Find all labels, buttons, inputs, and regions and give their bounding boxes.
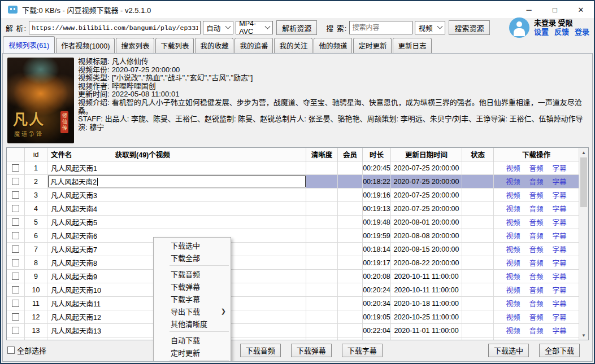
video-link[interactable]: 视频 xyxy=(506,217,520,227)
menu-item-download-selected[interactable]: 下载选中 xyxy=(154,239,231,251)
minimize-button[interactable]: ─ xyxy=(516,1,542,18)
header-actions[interactable]: 下载操作 xyxy=(494,148,579,161)
search-type-select[interactable]: 视频 xyxy=(415,21,445,34)
audio-link[interactable]: 音频 xyxy=(529,230,543,241)
row-filename[interactable]: 凡人风起天南1 xyxy=(47,161,306,175)
close-button[interactable]: ✕ xyxy=(568,1,594,18)
audio-link[interactable]: 音频 xyxy=(529,190,543,200)
audio-link[interactable]: 音频 xyxy=(529,325,543,336)
subtitle-link[interactable]: 字幕 xyxy=(553,257,567,268)
tab-scheduled-update[interactable]: 定时更新 xyxy=(353,38,392,53)
audio-link[interactable]: 音频 xyxy=(529,339,543,340)
table-row[interactable]: 10 凡人风起天南10 00:20:24 2020-10-11 11:00:00… xyxy=(7,283,579,297)
settings-link[interactable]: 设置 xyxy=(534,28,549,37)
subtitle-link[interactable]: 字幕 xyxy=(553,163,567,173)
header-id[interactable]: id xyxy=(25,148,47,161)
tab-my-bangumi[interactable]: 我的追番 xyxy=(234,38,273,53)
audio-link[interactable]: 音频 xyxy=(529,244,543,255)
subtitle-link[interactable]: 字幕 xyxy=(553,325,567,336)
audio-link[interactable]: 音频 xyxy=(529,312,543,322)
menu-item-download-audio[interactable]: 下载音频 xyxy=(154,267,231,280)
video-link[interactable]: 视频 xyxy=(506,257,520,268)
menu-item-download-all[interactable]: 下载全部 xyxy=(154,251,231,264)
tab-download-list[interactable]: 下载列表 xyxy=(155,38,194,53)
table-row[interactable]: 6 凡人风起天南6 00:19:59 2020-08-08 20:00:00 视… xyxy=(7,229,579,243)
codec-select[interactable]: MP4-AVC xyxy=(236,21,273,34)
table-row[interactable]: 14 凡人风起天南14 00:20:00 2020-11-08 11:00:00… xyxy=(7,337,579,340)
download-all-button[interactable]: 全部下载 xyxy=(539,344,580,357)
tab-changelog[interactable]: 更新日志 xyxy=(393,38,431,53)
audio-link[interactable]: 音频 xyxy=(529,203,543,214)
audio-link[interactable]: 音频 xyxy=(529,257,543,268)
table-row[interactable]: 8 凡人风起天南8 00:19:17 2020-08-22 20:00:00 视… xyxy=(7,256,579,270)
subtitle-link[interactable]: 字幕 xyxy=(553,190,567,200)
header-filename[interactable]: 文件名获取到(49)个视频 xyxy=(47,148,306,161)
audio-link[interactable]: 音频 xyxy=(529,163,543,173)
row-checkbox[interactable] xyxy=(7,283,25,297)
subtitle-link[interactable]: 字幕 xyxy=(553,339,567,340)
row-filename[interactable]: 凡人风起天南5 xyxy=(47,216,306,229)
tab-his-channel[interactable]: 他的频道 xyxy=(314,38,352,53)
download-audio-button[interactable]: 下载音频 xyxy=(240,344,281,357)
header-status[interactable]: 状态 xyxy=(462,148,494,161)
table-row[interactable]: 3 凡人风起天南3 00:19:16 2020-07-25 20:00:00 视… xyxy=(7,188,579,202)
table-row[interactable]: 12 凡人风起天南12 00:19:05 2020-10-25 11:00:00… xyxy=(7,310,579,324)
subtitle-link[interactable]: 字幕 xyxy=(553,271,567,282)
video-link[interactable]: 视频 xyxy=(506,230,520,241)
url-input[interactable] xyxy=(29,21,201,34)
tab-search-list[interactable]: 搜索列表 xyxy=(116,38,154,53)
video-link[interactable]: 视频 xyxy=(506,244,520,255)
row-checkbox[interactable] xyxy=(7,202,25,216)
vertical-scrollbar[interactable]: ▲ ▼ xyxy=(579,148,588,340)
row-checkbox[interactable] xyxy=(7,270,25,283)
row-checkbox[interactable] xyxy=(7,229,25,243)
subtitle-link[interactable]: 字幕 xyxy=(553,203,567,214)
video-link[interactable]: 视频 xyxy=(506,203,520,214)
row-checkbox[interactable] xyxy=(7,310,25,324)
parse-resource-button[interactable]: 解析资源 xyxy=(276,20,317,35)
row-filename[interactable]: 凡人风起天南3 xyxy=(47,188,306,202)
download-selected-button[interactable]: 下载选中 xyxy=(488,344,529,357)
video-link[interactable]: 视频 xyxy=(506,325,520,336)
video-link[interactable]: 视频 xyxy=(506,284,520,295)
table-row[interactable]: 5 凡人风起天南5 00:19:48 2020-08-01 20:00:00 视… xyxy=(7,216,579,229)
row-checkbox[interactable] xyxy=(7,256,25,270)
subtitle-link[interactable]: 字幕 xyxy=(553,312,567,322)
subtitle-link[interactable]: 字幕 xyxy=(553,217,567,227)
scroll-up-icon[interactable]: ▲ xyxy=(579,148,588,157)
subtitle-link[interactable]: 字幕 xyxy=(553,244,567,255)
tab-my-follows[interactable]: 我的关注 xyxy=(274,38,312,53)
audio-link[interactable]: 音频 xyxy=(529,217,543,227)
row-checkbox[interactable] xyxy=(7,161,25,175)
table-row[interactable]: 1 凡人风起天南1 00:20:45 2020-07-25 20:00:00 视… xyxy=(7,161,579,175)
search-input[interactable] xyxy=(349,21,412,34)
header-vip[interactable]: 会员 xyxy=(338,148,363,161)
subtitle-link[interactable]: 字幕 xyxy=(553,230,567,241)
select-all-checkbox[interactable] xyxy=(7,347,15,354)
login-link[interactable]: 登录 xyxy=(575,28,589,37)
table-row[interactable]: 11 凡人风起天南11 00:20:34 2020-10-18 11:00:00… xyxy=(7,297,579,310)
filename-edit-input[interactable]: 凡人风起天南2 xyxy=(48,176,306,187)
tab-video-list[interactable]: 视频列表(61) xyxy=(3,36,55,53)
row-checkbox[interactable] xyxy=(7,243,25,256)
table-row[interactable]: 7 凡人风起天南7 00:18:14 2020-08-15 20:00:00 视… xyxy=(7,243,579,256)
quality-select[interactable]: 自动 xyxy=(203,21,233,34)
menu-item-auto-download[interactable]: 自动下载 xyxy=(154,334,231,346)
row-checkbox[interactable] xyxy=(7,297,25,310)
search-resource-button[interactable]: 搜索资源 xyxy=(449,20,489,35)
scroll-down-icon[interactable]: ▼ xyxy=(579,331,588,340)
menu-item-export-download[interactable]: 导出下载❯ xyxy=(154,305,231,317)
video-link[interactable]: 视频 xyxy=(506,163,520,173)
header-duration[interactable]: 时长 xyxy=(363,148,391,161)
download-danmaku-button[interactable]: 下载弹幕 xyxy=(291,344,332,357)
header-date[interactable]: 更新日期时间 xyxy=(391,148,462,161)
audio-link[interactable]: 音频 xyxy=(529,176,543,187)
header-quality[interactable]: 清晰度 xyxy=(306,148,338,161)
table-row[interactable]: 9 凡人风起天南9 00:20:08 2020-10-11 11:00:00 视… xyxy=(7,270,579,283)
download-subtitle-button[interactable]: 下载字幕 xyxy=(342,344,383,357)
tab-favorites[interactable]: 我的收藏 xyxy=(195,38,233,53)
row-checkbox[interactable] xyxy=(7,337,25,340)
video-link[interactable]: 视频 xyxy=(506,298,520,309)
video-link[interactable]: 视频 xyxy=(506,190,520,200)
table-row[interactable]: 4 凡人风起天南4 00:19:13 2020-07-25 20:00:00 视… xyxy=(7,202,579,216)
